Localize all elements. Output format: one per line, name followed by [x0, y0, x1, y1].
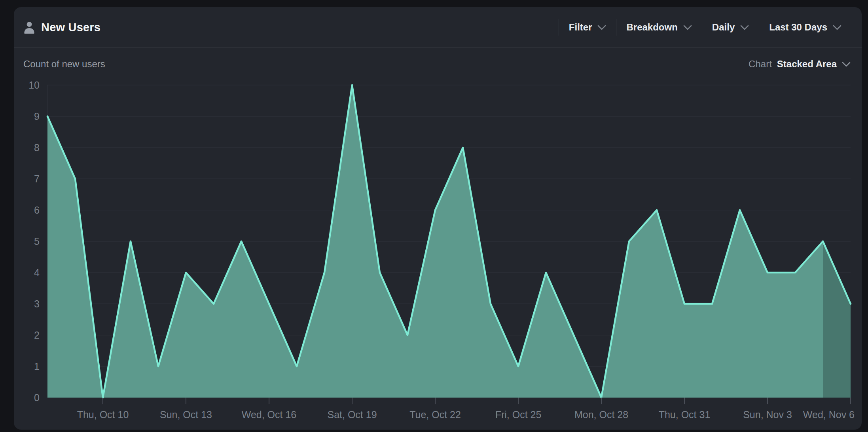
user-icon — [23, 21, 35, 34]
filter-dropdown[interactable]: Filter — [559, 22, 616, 33]
interval-label: Daily — [712, 22, 735, 33]
date-range-dropdown[interactable]: Last 30 Days — [759, 22, 851, 33]
chart-type-value: Stacked Area — [777, 59, 837, 70]
widget-header: New Users Filter Breakdown Daily — [14, 7, 862, 48]
chart-subheader: Count of new users Chart Stacked Area — [14, 48, 862, 70]
chevron-down-icon — [597, 25, 606, 30]
filter-label: Filter — [569, 22, 592, 33]
chevron-down-icon — [842, 62, 851, 67]
metric-label: Count of new users — [23, 59, 105, 70]
chevron-down-icon — [833, 25, 841, 30]
chart-type-label: Chart — [749, 59, 772, 70]
header-controls: Filter Breakdown Daily Las — [559, 19, 851, 36]
title-group: New Users — [23, 21, 100, 34]
breakdown-dropdown[interactable]: Breakdown — [616, 22, 701, 33]
date-range-label: Last 30 Days — [769, 22, 827, 33]
new-users-widget: New Users Filter Breakdown Daily — [14, 7, 862, 430]
chart-type-select[interactable]: Chart Stacked Area — [749, 59, 851, 70]
breakdown-label: Breakdown — [626, 22, 677, 33]
chevron-down-icon — [683, 25, 692, 30]
chevron-down-icon — [740, 25, 749, 30]
interval-dropdown[interactable]: Daily — [702, 22, 759, 33]
page-title: New Users — [41, 21, 100, 34]
